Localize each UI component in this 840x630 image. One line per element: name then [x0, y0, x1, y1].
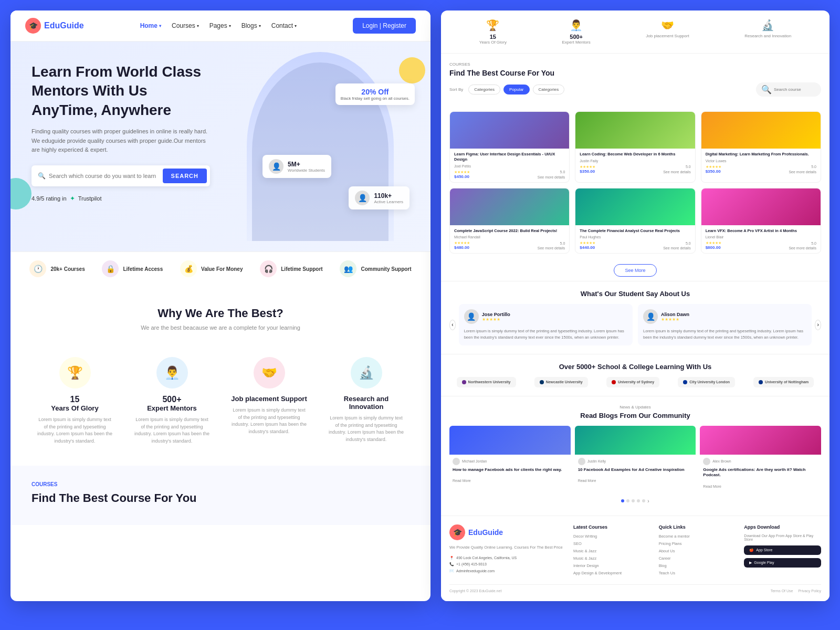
blog-dot-3[interactable]: [632, 499, 635, 502]
partner-newcastle: Newcastle University: [534, 377, 588, 387]
quick-link-2[interactable]: Pricing Plans: [659, 541, 736, 546]
app-badges: 🍎 App Store ▶ Google Play: [744, 545, 821, 568]
app-store-badge[interactable]: 🍎 App Store: [744, 545, 821, 555]
course-thumb-6: [701, 188, 821, 225]
learners-badge: 👤 110k+ Active Learners: [349, 186, 410, 209]
research-icon: 🔬: [351, 357, 382, 388]
course-link-2[interactable]: SEO: [573, 541, 650, 546]
testimonials-title: What's Our Student Say About Us: [449, 290, 821, 298]
filter-categories-1[interactable]: Categories: [468, 85, 500, 94]
terms-link[interactable]: Terms Of Use: [771, 589, 793, 593]
quick-link-5[interactable]: Blog: [659, 563, 736, 568]
test-card-2: 👤 Alison Dawn ★★★★★ Lorem ipsum is simpl…: [638, 304, 812, 345]
course-meta-3: ★★★★★ 5.0: [706, 165, 816, 169]
features-bar: 🕐 20k+ Courses 🔒 Lifetime Access 💰 Value…: [10, 251, 430, 286]
blog-author-3: Alex Brown: [703, 458, 818, 465]
courses-label: Courses: [32, 481, 410, 487]
footer: 🎓 EduGuide We Provide Quality Online Lea…: [441, 516, 830, 601]
course-link-6[interactable]: App Design & Development: [573, 571, 650, 575]
course-thumb-5: [575, 188, 695, 225]
stat-years: 🏆 15 Years Of Glory Lorem Ipsum is simpl…: [32, 346, 118, 455]
hero-desc: Finding quality courses with proper guid…: [32, 127, 210, 155]
footer-quick-links-list: Become a mentor Pricing Plans About Us C…: [659, 534, 736, 575]
logo-icon: 🎓: [25, 18, 41, 34]
footer-email: ✉️ Adminfexeduguide.com: [449, 568, 565, 575]
course-search-input[interactable]: [774, 87, 816, 92]
quick-link-3[interactable]: About Us: [659, 549, 736, 553]
blog-thumb-3: [700, 426, 821, 455]
app-desc: Download Our App From App Store & Play S…: [744, 534, 821, 541]
course-grid: Learn Figma: User Interface Design Essen…: [441, 111, 830, 260]
course-card-4: Complete JavaScript Course 2022: Build R…: [449, 188, 570, 254]
right-jobs-icon: 🤝: [646, 19, 689, 32]
blog-author-2: Justin Kelly: [578, 458, 693, 465]
see-more-button[interactable]: See More: [614, 264, 656, 277]
blog-card-3: Alex Brown Google Ads certifications: Ar…: [700, 426, 821, 493]
blog-title: Read Blogs From Our Community: [449, 412, 821, 419]
hero-image: 20% Off Black friday sell going on all c…: [247, 52, 415, 241]
footer-quick-links: Quick Links Become a mentor Pricing Plan…: [659, 524, 736, 578]
main-container: 🎓 EduGuide Home ▾ Courses ▾ Pages ▾ Blog…: [10, 10, 830, 601]
test-card-1: 👤 Jose Portillo ★★★★★ Lorem ipsum is sim…: [459, 304, 633, 345]
quick-link-1[interactable]: Become a mentor: [659, 534, 736, 539]
mentors-icon: 👨‍💼: [156, 357, 188, 388]
search-input[interactable]: [49, 173, 163, 179]
course-info-6: Learn VFX: Become A Pro VFX Artist in 4 …: [701, 225, 821, 254]
right-mentors-icon: 👨‍💼: [562, 19, 591, 32]
footer-grid: 🎓 EduGuide We Provide Quality Online Lea…: [449, 524, 821, 578]
left-panel: 🎓 EduGuide Home ▾ Courses ▾ Pages ▾ Blog…: [10, 10, 430, 601]
blog-dot-5[interactable]: [642, 499, 645, 502]
why-subtitle: We are the best beacause we are a comple…: [32, 324, 410, 331]
value-icon: 💰: [180, 260, 197, 277]
footer-bottom: Copyright © 2023 EduGuide.net Terms Of U…: [449, 584, 821, 593]
blog-next-arrow[interactable]: ›: [647, 498, 649, 504]
why-best-section: Why We Are The Best? We are the best bea…: [10, 286, 430, 466]
course-link-1[interactable]: Decor Writing: [573, 534, 650, 539]
testimonials-prev[interactable]: ‹: [449, 320, 456, 330]
search-bar: 🔍 SEARCH: [32, 165, 210, 186]
nav-courses[interactable]: Courses ▾: [172, 22, 199, 29]
nav-pages[interactable]: Pages ▾: [209, 22, 231, 29]
courses-section: Courses Find The Best Course For You: [10, 466, 430, 525]
play-store-badge[interactable]: ▶ Google Play: [744, 558, 821, 568]
blog-dot-4[interactable]: [637, 499, 640, 502]
blog-pagination: ›: [449, 493, 821, 507]
quick-link-4[interactable]: Career: [659, 556, 736, 561]
course-link-5[interactable]: Interior Design: [573, 563, 650, 568]
nav-home[interactable]: Home ▾: [140, 22, 161, 29]
privacy-link[interactable]: Privacy Policy: [798, 589, 821, 593]
blog-dot-2[interactable]: [626, 499, 629, 502]
footer-logo-icon: 🎓: [449, 524, 465, 540]
search-icon: 🔍: [38, 172, 46, 180]
quick-link-6[interactable]: Teach Us: [659, 571, 736, 575]
partners-section: Over 5000+ School & College Learning Wit…: [441, 354, 830, 396]
login-register-btn[interactable]: Login | Register: [353, 18, 416, 34]
cf-title: Find The Best Course For You: [449, 69, 821, 77]
filter-popular[interactable]: Popular: [503, 85, 530, 94]
blog-card-1: Michael Jordan How to manage Facebook ad…: [449, 426, 571, 493]
logo-text: EduGuide: [44, 21, 84, 30]
nav-contact[interactable]: Contact ▾: [271, 22, 297, 29]
testimonials-section: What's Our Student Say About Us ‹ 👤 Jose…: [441, 281, 830, 354]
feature-courses: 🕐 20k+ Courses: [29, 260, 85, 277]
filter-categories-2[interactable]: Categories: [533, 85, 565, 94]
community-icon: 👥: [340, 260, 356, 277]
right-stat-mentors: 👨‍💼 500+ Expert Mentors: [562, 19, 591, 45]
hero-section: Learn From World Class Mentors With Us A…: [10, 41, 430, 251]
blog-dot-1[interactable]: [621, 499, 624, 502]
newcastle-dot: [540, 380, 544, 384]
stat-jobs: 🤝 Job placement Support Lorem Ipsum is s…: [226, 346, 312, 455]
testimonials-cards: 👤 Jose Portillo ★★★★★ Lorem ipsum is sim…: [459, 304, 812, 345]
blog-avatar-2: [578, 458, 585, 465]
jobs-icon: 🤝: [254, 357, 285, 388]
cf-label: Courses: [449, 62, 821, 67]
course-info-5: The Complete Financial Analyst Course Re…: [575, 225, 695, 254]
feature-value: 💰 Value For Money: [180, 260, 243, 277]
blog-cards: Michael Jordan How to manage Facebook ad…: [449, 426, 821, 493]
course-link-3[interactable]: Music & Jazz: [573, 549, 650, 553]
testimonials-next[interactable]: ›: [815, 320, 821, 330]
search-button[interactable]: SEARCH: [163, 169, 207, 183]
nav-blogs[interactable]: Blogs ▾: [242, 22, 261, 29]
course-link-4[interactable]: Music & Jazz: [573, 556, 650, 561]
test-header-2: 👤 Alison Dawn ★★★★★: [643, 309, 806, 324]
